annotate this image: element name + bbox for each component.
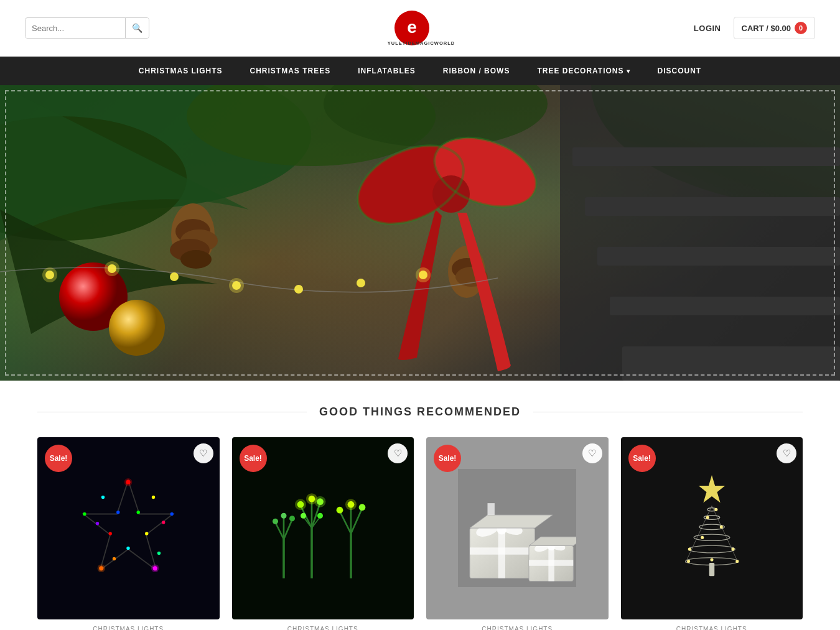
product-card-3[interactable]: Sale! ♡ CHRISTMAS LIGHTS: [426, 437, 609, 630]
svg-point-123: [710, 558, 713, 562]
svg-point-43: [145, 532, 148, 535]
product-image-1: Sale! ♡: [37, 437, 220, 619]
product-image-3: Sale! ♡: [426, 437, 609, 619]
divider-left: [37, 412, 307, 412]
svg-line-82: [351, 509, 362, 534]
svg-rect-8: [622, 346, 840, 381]
sale-badge-4: Sale!: [628, 445, 656, 472]
product-category-4: CHRISTMAS LIGHTS: [621, 626, 803, 631]
svg-point-73: [295, 499, 306, 510]
svg-point-34: [229, 278, 244, 293]
svg-marker-39: [83, 481, 173, 570]
logo-svg: e YULETIDEMAGICWORLD: [381, 6, 462, 50]
svg-point-56: [113, 557, 116, 560]
svg-rect-91: [498, 528, 505, 578]
wishlist-button-2[interactable]: ♡: [388, 443, 408, 463]
svg-point-47: [109, 532, 112, 535]
svg-point-55: [157, 552, 161, 555]
svg-rect-5: [585, 197, 840, 216]
svg-point-48: [83, 512, 86, 516]
spiral-tree-image: [659, 469, 765, 587]
tree-decorations-label: TREE DECORATIONS: [537, 67, 623, 75]
svg-point-36: [357, 279, 365, 287]
svg-point-53: [152, 496, 155, 499]
product-card-1[interactable]: Sale! ♡ CHRISTMAS LIGHTS: [37, 437, 220, 630]
svg-point-58: [101, 496, 105, 499]
login-link[interactable]: LOGIN: [694, 24, 721, 33]
search-icon: 🔍: [132, 23, 142, 33]
hero-background: [0, 85, 840, 381]
svg-line-61: [284, 520, 292, 540]
svg-rect-7: [610, 297, 840, 315]
svg-point-22: [109, 300, 165, 356]
hero-banner: [0, 85, 840, 381]
cart-count: 0: [795, 22, 807, 34]
nav-item-ribbon-bows[interactable]: RIBBON / BOWS: [429, 57, 524, 85]
search-input[interactable]: [26, 19, 125, 38]
nav-item-christmas-lights[interactable]: CHRISTMAS LIGHTS: [125, 57, 236, 85]
header: 🔍 e YULETIDEMAGICWORLD LOGIN CART / $0.0…: [0, 0, 840, 57]
svg-point-45: [127, 547, 130, 550]
wishlist-button-4[interactable]: ♡: [777, 443, 796, 463]
wishlist-button-3[interactable]: ♡: [582, 443, 602, 463]
svg-point-116: [706, 516, 709, 519]
product-card-2[interactable]: Sale! ♡ CHRISTMAS LIGHTS Best Quality 4p…: [232, 437, 414, 630]
svg-point-87: [345, 499, 357, 510]
heart-icon-4: ♡: [783, 448, 791, 459]
svg-point-42: [170, 512, 174, 516]
product-card-4[interactable]: Sale! ♡ CHRISTMAS LIGHTS: [621, 437, 803, 630]
chevron-down-icon: ▾: [627, 68, 630, 75]
svg-point-32: [170, 272, 179, 281]
svg-point-84: [336, 507, 343, 514]
svg-rect-6: [597, 247, 840, 266]
svg-rect-4: [572, 147, 840, 166]
svg-point-49: [116, 511, 119, 514]
svg-point-50: [124, 478, 133, 486]
product-category-3: CHRISTMAS LIGHTS: [426, 626, 609, 631]
nav-item-christmas-trees[interactable]: CHRISTMAS TREES: [236, 57, 344, 85]
section-title: GOOD THINGS RECOMMENDED: [319, 405, 521, 419]
logo[interactable]: e YULETIDEMAGICWORLD: [381, 6, 462, 50]
svg-point-63: [273, 519, 278, 524]
svg-point-29: [42, 267, 57, 282]
nav-item-discount[interactable]: DISCOUNT: [644, 57, 716, 85]
heart-icon-2: ♡: [394, 448, 402, 459]
wishlist-button-1[interactable]: ♡: [194, 443, 213, 463]
cart-label: CART / $0.00: [742, 24, 791, 33]
nav-item-tree-decorations[interactable]: TREE DECORATIONS ▾: [523, 57, 643, 85]
svg-point-115: [714, 508, 717, 511]
heart-icon-3: ♡: [588, 448, 596, 459]
svg-point-57: [96, 522, 99, 525]
firework-lights-image: [267, 472, 379, 584]
svg-point-118: [701, 536, 704, 539]
search-button[interactable]: 🔍: [125, 18, 149, 38]
product-category-2: CHRISTMAS LIGHTS: [232, 626, 414, 631]
svg-point-17: [180, 250, 212, 269]
svg-point-77: [306, 493, 317, 504]
cart-button[interactable]: CART / $0.00 0: [734, 17, 815, 39]
svg-rect-3: [560, 85, 840, 381]
svg-point-117: [720, 526, 723, 529]
sale-badge-3: Sale!: [434, 445, 461, 472]
sale-badge-2: Sale!: [240, 445, 267, 472]
svg-line-60: [275, 522, 284, 539]
search-wrap: 🔍: [25, 17, 149, 39]
sale-badge-1: Sale!: [45, 445, 72, 472]
svg-point-78: [301, 513, 306, 519]
svg-point-79: [317, 513, 323, 519]
hero-svg: [0, 85, 840, 381]
svg-text:e: e: [408, 17, 418, 37]
recommended-section: GOOD THINGS RECOMMENDED: [0, 381, 840, 630]
svg-point-41: [137, 511, 140, 514]
svg-line-81: [340, 511, 351, 534]
svg-point-120: [688, 548, 691, 551]
svg-point-54: [162, 521, 165, 524]
gift-boxes-image: [458, 469, 576, 587]
svg-point-122: [687, 560, 690, 563]
svg-rect-96: [488, 503, 495, 515]
nav-item-inflatables[interactable]: INFLATABLES: [344, 57, 429, 85]
star-lights-image: [72, 472, 184, 584]
svg-point-121: [735, 560, 739, 563]
svg-rect-114: [709, 563, 715, 576]
product-category-1: CHRISTMAS LIGHTS: [37, 626, 220, 631]
